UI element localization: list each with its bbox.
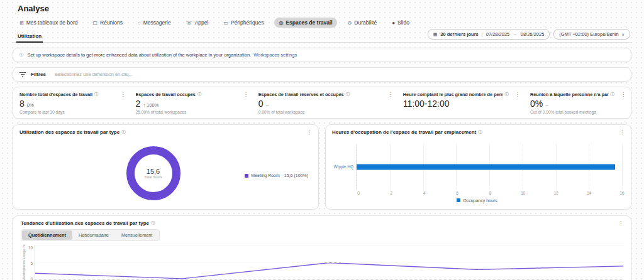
date-range-picker[interactable]: ▦ 30 derniers jours | 07/28/2025 → 08/26…	[428, 29, 550, 40]
nav-tab-label: Appel	[195, 19, 209, 26]
nav-tab-devices[interactable]: ▭Périphériques	[219, 18, 268, 28]
legend-swatch	[245, 174, 248, 178]
kpi-value: 0%	[530, 99, 543, 109]
slido-icon: ●	[392, 20, 395, 26]
donut-total-label: Total hours	[144, 175, 162, 179]
kebab-menu-icon[interactable]: ⋮	[302, 129, 312, 135]
filters-label: Filtres	[31, 72, 46, 77]
donut-chart: 15,6 Total hours Meeting Room 15,6 (100%…	[13, 141, 318, 205]
kpi-no-show-meetings: Réunion à laquelle personne n'a par...ⓘ⋮…	[530, 92, 627, 114]
sustainability-icon: ⊙	[348, 20, 352, 26]
trend-ylabel: Workspaces usage hr	[22, 244, 26, 280]
devices-icon: ▭	[223, 20, 228, 26]
kpi-delta: --	[265, 102, 269, 108]
legend-swatch	[457, 198, 460, 202]
banner-text: Set up workspace details to get more enh…	[28, 52, 252, 58]
info-icon: ⓘ	[121, 129, 126, 135]
dashboard-icon: ⊞	[19, 20, 24, 26]
filter-dimension-input[interactable]: Sélectionnez une dimension en cliq...	[55, 72, 133, 77]
nav-tab-workspaces[interactable]: ◎Espaces de travail	[274, 18, 336, 28]
chart-title: Heures d'occupation de l'espace de trava…	[332, 129, 476, 135]
nav-tab-label: Périphériques	[231, 19, 264, 26]
kpi-title: Espaces de travail occupés	[136, 92, 196, 97]
info-icon: ⓘ	[151, 220, 155, 226]
info-icon: ⓘ	[94, 92, 99, 97]
filter-funnel-icon	[19, 72, 26, 77]
nav-tab-label: Durabilité	[354, 19, 377, 26]
donut-legend[interactable]: Meeting Room 15,6 (100%)	[245, 173, 308, 178]
kpi-booked-occupied-workspaces: Espaces de travail réservés et occupésⓘ⋮…	[258, 92, 403, 114]
kpi-title: Nombre total d'espaces de travail	[19, 92, 92, 97]
legend-label: Meeting Room	[251, 173, 280, 178]
trend-yticks: 1050	[26, 245, 35, 280]
kpi-peak-people-hour: Heure comptant le plus grand nombre de p…	[403, 92, 530, 114]
kebab-menu-icon[interactable]: ⋮	[614, 92, 627, 97]
info-icon: ⓘ	[346, 92, 350, 97]
workspaces-settings-link[interactable]: Workspaces settings	[253, 52, 297, 58]
filters-bar[interactable]: Filtres Sélectionnez une dimension en cl…	[13, 67, 631, 82]
meetings-icon: ▢	[92, 20, 97, 26]
kebab-menu-icon[interactable]: ⋮	[114, 92, 132, 97]
occupancy-bar[interactable]	[357, 164, 615, 170]
nav-tab-sustainability[interactable]: ⊙Durabilité	[343, 18, 382, 28]
nav-tab-meetings[interactable]: ▢Réunions	[88, 18, 126, 28]
bar-legend[interactable]: Occupancy hours	[457, 198, 497, 203]
legend-value: 15,6 (100%)	[284, 173, 308, 178]
nav-tab-calling[interactable]: ☏Appel	[182, 18, 213, 28]
nav-tab-label: Réunions	[100, 19, 123, 26]
workspaces-icon: ◎	[279, 20, 283, 26]
donut-ring[interactable]: 15,6 Total hours	[126, 146, 180, 200]
date-start: 07/28/2025	[486, 31, 510, 37]
toggle-weekly[interactable]: Hebdomadaire	[72, 230, 115, 240]
kpi-delta: --	[545, 102, 548, 108]
nav-tab-messaging[interactable]: ◌Messagerie	[133, 18, 175, 28]
kebab-menu-icon[interactable]: ⋮	[382, 92, 399, 97]
kpi-subtitle: 25.00% of total workspaces	[136, 110, 255, 114]
kpi-total-workspaces: Nombre total d'espaces de travailⓘ⋮ 80% …	[19, 92, 136, 114]
page-title: Analyse	[13, 0, 631, 13]
subnav-row: Utilization ▦ 30 derniers jours | 07/28/…	[13, 29, 631, 43]
main-nav: ⊞Mes tableaux de bord ▢Réunions ◌Message…	[13, 18, 631, 28]
horizontal-bar-chart: Wipple HQ 0246810121416 Occupancy hours	[332, 144, 622, 204]
kebab-menu-icon[interactable]: ⋮	[613, 220, 623, 226]
granularity-toggle: Quotidiennement Hebdomadaire Mensuelleme…	[21, 229, 160, 241]
trend-plot	[35, 245, 623, 280]
nav-tab-dashboards[interactable]: ⊞Mes tableaux de bord	[15, 18, 82, 28]
nav-tab-label: Espaces de travail	[286, 19, 332, 26]
bar-category-label[interactable]: Wipple HQ	[332, 144, 356, 190]
tab-utilization[interactable]: Utilization	[16, 30, 43, 43]
donut-total-value: 15,6	[147, 168, 160, 175]
toggle-daily[interactable]: Quotidiennement	[22, 230, 72, 240]
info-icon: ⓘ	[197, 92, 202, 97]
setup-banner: ⓘ Set up workspace details to get more e…	[13, 48, 631, 62]
call-icon: ☏	[186, 20, 192, 26]
kpi-delta: ↑ 100%	[143, 102, 158, 108]
kpi-occupied-workspaces: Espaces de travail occupésⓘ⋮ 2↑ 100% 25.…	[136, 92, 258, 114]
nav-tab-label: Mes tableaux de bord	[26, 19, 78, 26]
timezone-value: (GMT +02:00) Europe/Berlin	[559, 31, 618, 37]
timezone-select[interactable]: (GMT +02:00) Europe/Berlin ∨	[553, 29, 630, 40]
trend-svg	[35, 245, 623, 279]
kebab-menu-icon[interactable]: ⋮	[509, 92, 526, 97]
date-controls: ▦ 30 derniers jours | 07/28/2025 → 08/26…	[428, 29, 630, 42]
messaging-icon: ◌	[138, 20, 141, 26]
divider: |	[482, 31, 483, 37]
kpi-subtitle: 0.00% of total workspace	[258, 110, 399, 114]
kpi-subtitle: Out of 0.00% total booked meetings	[530, 110, 627, 114]
legend-label: Occupancy hours	[463, 198, 497, 203]
calendar-icon: ▦	[433, 32, 438, 37]
nav-tab-label: Messagerie	[143, 19, 171, 26]
chevron-down-icon: ∨	[622, 32, 625, 36]
bar-plot	[356, 144, 622, 190]
date-range-preset: 30 derniers jours	[440, 31, 478, 37]
kebab-menu-icon[interactable]: ⋮	[614, 129, 625, 135]
kebab-menu-icon[interactable]: ⋮	[237, 92, 255, 97]
info-icon: ⓘ	[19, 52, 24, 58]
info-icon: ⓘ	[478, 129, 482, 135]
kpi-value: 8	[19, 99, 25, 109]
toggle-monthly[interactable]: Mensuellement	[115, 230, 158, 240]
kpi-subtitle: Compare to last 30 days	[19, 110, 132, 114]
kpi-title: Heure comptant le plus grand nombre de p…	[403, 92, 503, 97]
nav-tab-slido[interactable]: ●Slido	[387, 18, 414, 28]
kpi-value: 2	[136, 99, 141, 109]
